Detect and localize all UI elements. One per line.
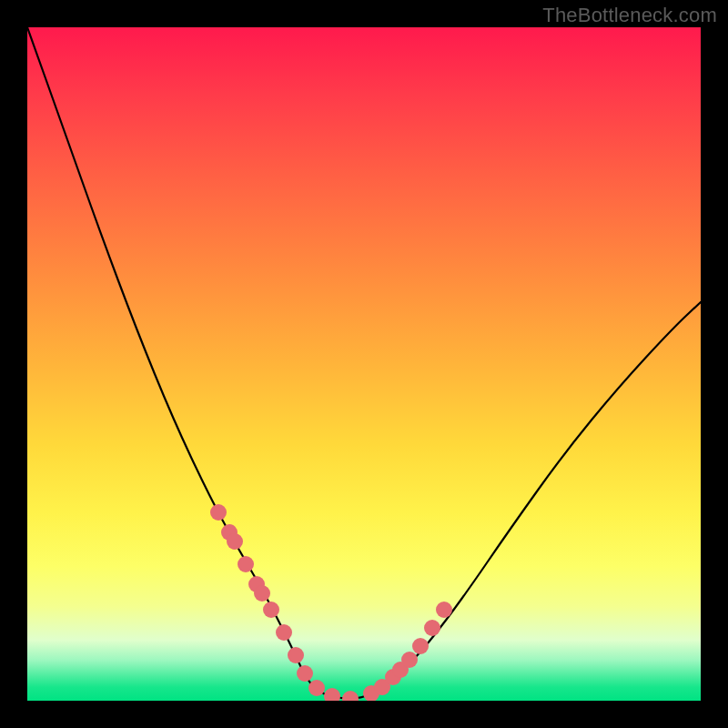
marker-dot <box>342 691 359 701</box>
marker-dot <box>297 665 313 682</box>
marker-dot <box>424 620 440 636</box>
marker-dot <box>263 602 279 618</box>
marker-dot <box>210 504 227 521</box>
marker-dot <box>401 652 418 668</box>
marker-dot <box>324 688 340 701</box>
marker-dot <box>276 624 292 641</box>
marker-dot <box>288 647 304 663</box>
bottleneck-curve <box>27 27 701 699</box>
chart-plot-area <box>27 27 701 701</box>
marker-dot <box>412 638 429 654</box>
marker-dot <box>308 680 325 696</box>
watermark-text: TheBottleneck.com <box>542 4 717 27</box>
marker-dot <box>238 556 254 572</box>
chart-svg <box>27 27 701 701</box>
marker-dot <box>436 602 452 618</box>
marker-dot <box>254 585 270 602</box>
marker-dot <box>227 533 243 550</box>
marker-dots-group <box>210 504 452 701</box>
